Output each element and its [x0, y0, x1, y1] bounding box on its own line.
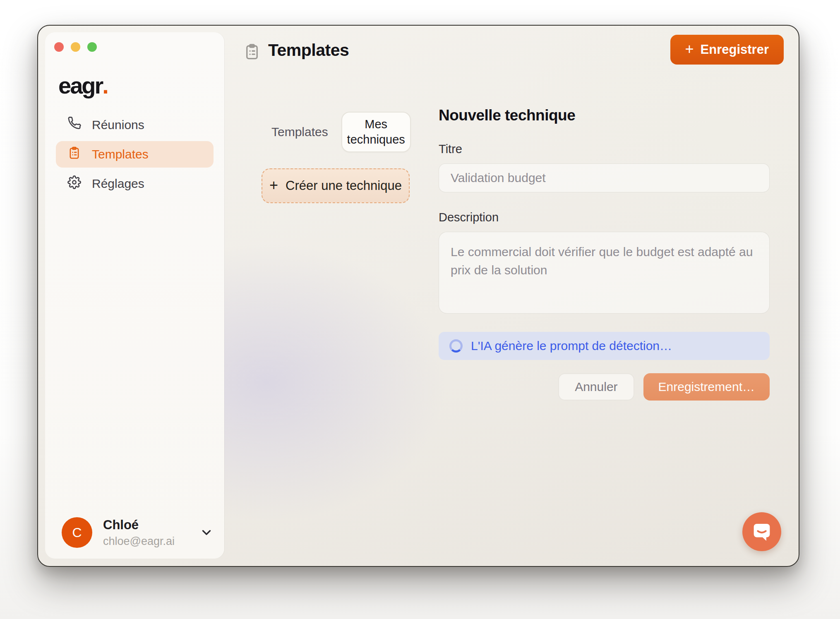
cancel-button[interactable]: Annuler — [558, 373, 634, 401]
user-name: Chloé — [103, 518, 189, 533]
titre-input[interactable] — [439, 163, 770, 192]
sidebar-nav: Réunions Templates — [56, 112, 214, 197]
sidebar-item-label: Réglages — [92, 177, 144, 191]
user-account-menu[interactable]: C Chloé chloe@eagr.ai — [62, 517, 214, 548]
ai-status-banner: L'IA génère le prompt de détection… — [439, 332, 770, 360]
description-label: Description — [439, 211, 770, 224]
sidebar-item-reunions[interactable]: Réunions — [56, 112, 214, 138]
description-textarea[interactable]: Le commercial doit vérifier que le budge… — [439, 232, 770, 314]
sidebar: eagr. Réunions — [45, 32, 224, 559]
page-title: Templates — [268, 41, 349, 60]
create-technique-label: Créer une technique — [286, 178, 402, 193]
plus-icon: + — [685, 42, 694, 57]
avatar: C — [62, 517, 92, 548]
maximize-window-button[interactable] — [87, 42, 97, 52]
sidebar-item-reglages[interactable]: Réglages — [56, 170, 214, 197]
chevron-down-icon[interactable] — [199, 525, 214, 540]
user-meta: Chloé chloe@eagr.ai — [103, 518, 189, 548]
save-button[interactable]: + Enregistrer — [670, 35, 784, 65]
phone-icon — [67, 117, 81, 133]
titre-label: Titre — [439, 142, 770, 156]
saving-button[interactable]: Enregistrement… — [643, 373, 770, 401]
clipboard-icon — [243, 43, 261, 60]
clipboard-icon — [67, 146, 81, 163]
chat-support-button[interactable] — [742, 512, 781, 551]
logo-dot: . — [102, 72, 109, 98]
create-technique-button[interactable]: + Créer une technique — [262, 168, 410, 203]
minimize-window-button[interactable] — [71, 42, 80, 52]
main-content: Templates + Enregistrer Templates Mes te… — [224, 26, 799, 566]
gear-icon — [67, 175, 81, 192]
desktop-background: eagr. Réunions — [0, 0, 840, 619]
close-window-button[interactable] — [54, 42, 64, 52]
user-email: chloe@eagr.ai — [103, 535, 189, 548]
sidebar-item-templates[interactable]: Templates — [56, 141, 214, 168]
chat-bubble-icon — [750, 519, 774, 545]
window-controls — [54, 42, 97, 52]
tab-templates[interactable]: Templates — [271, 125, 328, 139]
logo-text: eagr — [58, 72, 102, 98]
save-button-label: Enregistrer — [701, 42, 769, 57]
avatar-initial: C — [72, 525, 82, 540]
tab-mes-techniques[interactable]: Mes techniques — [341, 112, 411, 152]
plus-icon: + — [269, 178, 278, 193]
eagr-logo: eagr. — [58, 72, 109, 99]
new-technique-form: Nouvelle technique Titre Description Le … — [439, 107, 770, 401]
spinner-icon — [449, 339, 463, 353]
ai-status-text: L'IA génère le prompt de détection… — [471, 339, 672, 353]
tab-bar: Templates Mes techniques — [271, 112, 411, 152]
sidebar-item-label: Réunions — [92, 118, 144, 132]
app-window: eagr. Réunions — [37, 25, 799, 567]
sidebar-item-label: Templates — [92, 147, 149, 161]
form-actions: Annuler Enregistrement… — [439, 373, 770, 401]
form-title: Nouvelle technique — [439, 107, 770, 124]
